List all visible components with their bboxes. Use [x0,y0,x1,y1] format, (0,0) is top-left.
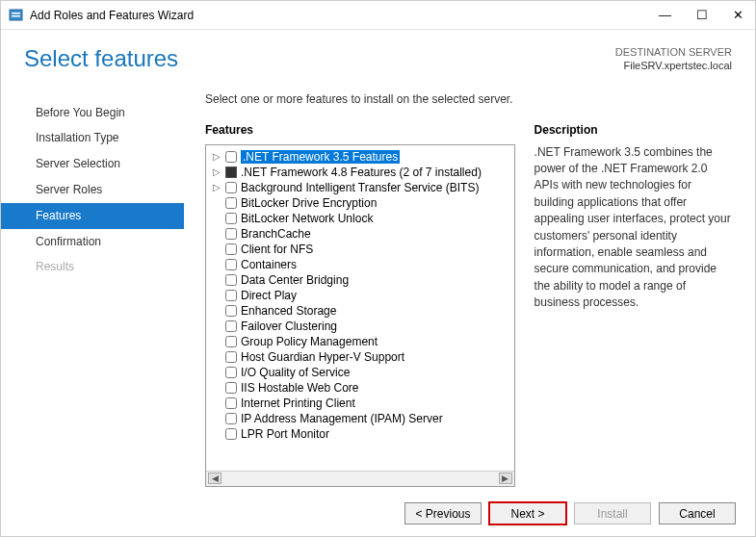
page-heading: Select features [24,45,178,72]
feature-checkbox[interactable] [225,259,237,270]
nav-step-confirmation[interactable]: Confirmation [1,229,184,255]
feature-label: LPR Port Monitor [241,427,329,441]
destination-label: DESTINATION SERVER [615,45,732,59]
description-label: Description [534,123,734,137]
feature-label: Internet Printing Client [241,396,355,410]
feature-checkbox[interactable] [225,320,237,332]
feature-checkbox[interactable] [225,243,237,255]
cancel-button[interactable]: Cancel [659,502,736,524]
feature-checkbox[interactable] [225,367,237,378]
footer-buttons: < Previous Next > Install Cancel [404,502,736,524]
feature-checkbox[interactable] [225,166,237,178]
feature-item[interactable]: Failover Clustering [206,319,514,334]
wizard-nav: Before You BeginInstallation TypeServer … [1,92,184,487]
feature-item[interactable]: Data Center Bridging [206,272,514,288]
window-title: Add Roles and Features Wizard [30,9,655,22]
instruction-text: Select one or more features to install o… [205,92,734,106]
features-label: Features [205,123,515,137]
feature-checkbox[interactable] [225,305,237,317]
feature-item[interactable]: I/O Quality of Service [206,365,514,380]
feature-checkbox[interactable] [225,228,237,240]
feature-checkbox[interactable] [225,382,237,394]
horizontal-scrollbar[interactable]: ◀ ▶ [206,471,514,486]
feature-label: Background Intelligent Transfer Service … [241,181,479,194]
feature-label: Failover Clustering [241,320,337,333]
feature-label: Data Center Bridging [241,273,349,287]
feature-item[interactable]: IIS Hostable Web Core [206,380,514,396]
titlebar: Add Roles and Features Wizard — ☐ ✕ [1,1,755,30]
feature-checkbox[interactable] [225,397,237,409]
feature-item[interactable]: Direct Play [206,288,514,303]
feature-label: BitLocker Drive Encryption [241,196,377,210]
feature-label: Client for NFS [241,243,313,256]
wizard-icon [9,8,24,23]
feature-label: IIS Hostable Web Core [241,381,359,395]
feature-label: Direct Play [241,289,297,302]
features-scroll[interactable]: ▷.NET Framework 3.5 Features▷.NET Framew… [206,145,514,471]
feature-label: Enhanced Storage [241,304,336,318]
feature-item[interactable]: BitLocker Drive Encryption [206,195,514,211]
header: Select features DESTINATION SERVER FileS… [1,30,755,73]
nav-step-results: Results [1,254,184,280]
feature-checkbox[interactable] [225,151,237,163]
previous-button[interactable]: < Previous [404,502,482,524]
destination-value: FileSRV.xpertstec.local [615,59,732,72]
feature-item[interactable]: Group Policy Management [206,334,514,349]
feature-checkbox[interactable] [225,336,237,347]
feature-label: I/O Quality of Service [241,366,350,379]
feature-item[interactable]: Client for NFS [206,242,514,257]
feature-item[interactable]: BitLocker Network Unlock [206,211,514,226]
feature-checkbox[interactable] [225,197,237,209]
svg-rect-1 [12,13,20,14]
feature-label: Containers [241,258,297,271]
next-button[interactable]: Next > [489,502,566,524]
expander-icon[interactable]: ▷ [212,151,222,162]
feature-checkbox[interactable] [225,274,237,286]
feature-label: BitLocker Network Unlock [241,212,373,225]
expander-icon[interactable]: ▷ [212,166,222,177]
feature-checkbox[interactable] [225,428,237,440]
destination-server-label: DESTINATION SERVER FileSRV.xpertstec.loc… [615,45,732,73]
feature-label: .NET Framework 3.5 Features [241,150,400,164]
nav-step-server-selection[interactable]: Server Selection [1,151,184,177]
minimize-button[interactable]: — [655,8,675,22]
features-tree: ▷.NET Framework 3.5 Features▷.NET Framew… [205,144,515,487]
description-text: .NET Framework 3.5 combines the power of… [534,144,734,312]
feature-item[interactable]: ▷.NET Framework 4.8 Features (2 of 7 ins… [206,165,514,180]
feature-label: .NET Framework 4.8 Features (2 of 7 inst… [241,166,482,179]
feature-label: BranchCache [241,227,311,241]
feature-label: IP Address Management (IPAM) Server [241,412,443,425]
feature-checkbox[interactable] [225,351,237,363]
scroll-left-icon[interactable]: ◀ [208,473,222,484]
feature-label: Group Policy Management [241,335,378,348]
svg-rect-0 [10,10,22,20]
feature-item[interactable]: Internet Printing Client [206,396,514,411]
feature-item[interactable]: Containers [206,257,514,272]
nav-step-features[interactable]: Features [1,203,184,229]
close-button[interactable]: ✕ [729,8,747,22]
nav-step-server-roles[interactable]: Server Roles [1,177,184,203]
feature-label: Host Guardian Hyper-V Support [241,350,404,364]
feature-checkbox[interactable] [225,413,237,424]
svg-rect-2 [12,15,20,17]
scroll-right-icon[interactable]: ▶ [499,473,512,484]
feature-item[interactable]: Enhanced Storage [206,303,514,319]
feature-checkbox[interactable] [225,182,237,193]
expander-icon[interactable]: ▷ [212,182,222,192]
feature-item[interactable]: LPR Port Monitor [206,426,514,442]
feature-checkbox[interactable] [225,213,237,224]
feature-item[interactable]: Host Guardian Hyper-V Support [206,349,514,365]
feature-checkbox[interactable] [225,290,237,301]
nav-step-installation-type[interactable]: Installation Type [1,125,184,151]
feature-item[interactable]: ▷Background Intelligent Transfer Service… [206,180,514,195]
feature-item[interactable]: IP Address Management (IPAM) Server [206,411,514,426]
install-button[interactable]: Install [574,502,651,524]
feature-item[interactable]: ▷.NET Framework 3.5 Features [206,149,514,165]
maximize-button[interactable]: ☐ [692,8,712,22]
nav-step-before-you-begin[interactable]: Before You Begin [1,100,184,126]
feature-item[interactable]: BranchCache [206,226,514,242]
